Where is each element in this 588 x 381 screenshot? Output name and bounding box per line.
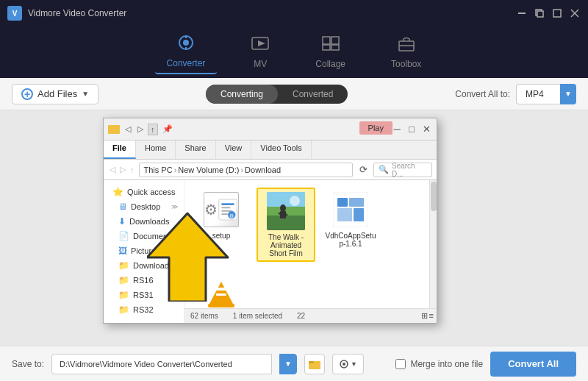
file-item-walk[interactable]: The Walk - Animated Short Film xyxy=(257,188,315,262)
quickaccess-icon: ⭐ xyxy=(112,187,123,197)
save-path-dropdown-button[interactable]: ▼ xyxy=(279,354,297,374)
title-bar: V Vidmore Video Converter xyxy=(0,0,588,26)
nav-bar: Converter MV Collage xyxy=(0,26,588,78)
ribbon-tab-view[interactable]: View xyxy=(216,140,252,159)
tab-toolbox[interactable]: Toolbox xyxy=(379,31,433,74)
open-folder-button[interactable] xyxy=(304,354,325,374)
nav-fwd-arrow[interactable]: ▷ xyxy=(118,163,127,176)
convert-all-button[interactable]: Convert All xyxy=(490,352,576,377)
dialog-close-button[interactable]: ✕ xyxy=(420,123,432,135)
tab-collage[interactable]: Collage xyxy=(304,31,357,74)
ribbon-tab-home[interactable]: Home xyxy=(136,140,176,159)
close-button[interactable] xyxy=(569,7,581,19)
svg-point-30 xyxy=(290,196,300,206)
merge-checkbox-container: Merge into one file xyxy=(395,359,483,369)
downloads-icon: ⬇ xyxy=(118,216,126,227)
vlc-file-icon xyxy=(202,271,240,309)
file-size: 22 xyxy=(297,312,305,320)
scrollbar-right[interactable] xyxy=(429,180,437,308)
file-status-bar: 62 items 1 item selected 22 ⊞ ≡ xyxy=(184,308,437,323)
rs32-icon: 📁 xyxy=(118,305,129,315)
search-placeholder: Search D... xyxy=(392,162,427,178)
nav-up-arrow[interactable]: ↑ xyxy=(129,164,136,176)
quick-access-icons: ◁ ▷ ↑ 📌 xyxy=(123,124,175,135)
svg-point-44 xyxy=(343,363,345,366)
address-path[interactable]: This PC › New Volume (D:) › Download xyxy=(139,163,354,177)
sidebar-label-rs16: RS16 xyxy=(133,276,154,285)
refresh-button[interactable]: ⟳ xyxy=(356,163,370,177)
sidebar-label-rs32: RS32 xyxy=(133,305,154,314)
file-item-vdhco[interactable]: VdhCoAppSetup-1.6.1 xyxy=(321,188,380,262)
view-list-button[interactable]: ≡ xyxy=(429,311,434,320)
sidebar-item-downloads[interactable]: ⬇ Downloads xyxy=(104,214,184,229)
convert-all-to-label: Convert All to: xyxy=(455,89,510,99)
sidebar-item-quickaccess[interactable]: ⭐ Quick access xyxy=(104,185,184,199)
svg-point-31 xyxy=(280,204,286,212)
dialog-maximize-button[interactable]: □ xyxy=(406,123,417,135)
svg-point-9 xyxy=(183,40,189,46)
toolbar: + Add Files ▼ Converting Converted Conve… xyxy=(0,78,588,110)
pictures-icon: 🖼 xyxy=(118,246,127,256)
svg-rect-16 xyxy=(323,45,330,50)
rs16-icon: 📁 xyxy=(118,275,129,285)
walk-file-icon xyxy=(267,192,305,230)
ribbon-tabs: File Home Share View Video Tools xyxy=(104,140,437,160)
converted-tab-button[interactable]: Converted xyxy=(278,85,348,104)
sidebar-label-documents: Documents xyxy=(133,232,174,241)
format-display[interactable]: MP4 xyxy=(516,84,560,104)
file-dialog[interactable]: ◁ ▷ ↑ 📌 Play ─ □ ✕ File Home Share View … xyxy=(103,118,437,324)
save-path-input[interactable] xyxy=(51,354,272,374)
restore-button[interactable] xyxy=(534,7,545,19)
dialog-controls: ─ □ ✕ xyxy=(391,123,432,135)
search-box[interactable]: 🔍 Search D... xyxy=(373,163,432,177)
qai-up: ↑ xyxy=(148,124,158,135)
svg-marker-13 xyxy=(258,40,265,46)
file-content: ⭐ Quick access 🖥 Desktop ≫ ⬇ Downloads 📄… xyxy=(104,180,437,323)
path-segment-download: Download xyxy=(245,165,281,174)
file-item-setup[interactable]: ⚙ setup xyxy=(192,188,251,262)
sidebar-item-documents[interactable]: 📄 Documents xyxy=(104,229,184,243)
sidebar-item-download-folder[interactable]: 📁 Download xyxy=(104,258,184,273)
ribbon-tab-file[interactable]: File xyxy=(104,140,136,159)
setup-file-label: setup xyxy=(212,232,230,240)
nav-arrows: ◁ ▷ ↑ xyxy=(108,163,136,176)
format-dropdown-button[interactable]: ▼ xyxy=(560,84,576,104)
main-area: ◁ ▷ ↑ 📌 Play ─ □ ✕ File Home Share View … xyxy=(0,110,588,346)
play-button[interactable]: Play xyxy=(359,121,392,135)
nav-back-arrow[interactable]: ◁ xyxy=(108,163,117,176)
svg-rect-24 xyxy=(221,213,228,215)
add-files-button[interactable]: + Add Files ▼ xyxy=(12,84,98,104)
view-toggle: ⊞ ≡ xyxy=(418,308,437,323)
svg-rect-2 xyxy=(518,13,526,14)
svg-rect-15 xyxy=(331,37,339,44)
minimize-button[interactable] xyxy=(516,7,528,19)
converter-icon xyxy=(176,35,196,55)
converting-tab-button[interactable]: Converting xyxy=(206,85,278,104)
ribbon-tab-video-tools[interactable]: Video Tools xyxy=(251,140,311,159)
tab-mv[interactable]: MV xyxy=(239,31,282,74)
sidebar-item-rs31[interactable]: 📁 RS31 xyxy=(104,288,184,302)
view-grid-button[interactable]: ⊞ xyxy=(421,311,428,321)
merge-checkbox[interactable] xyxy=(395,359,406,369)
sidebar-item-rs32[interactable]: 📁 RS32 xyxy=(104,302,184,317)
dialog-title-bar: ◁ ▷ ↑ 📌 Play ─ □ ✕ xyxy=(104,118,437,140)
dialog-folder-icon xyxy=(108,125,120,134)
maximize-button[interactable] xyxy=(551,7,563,19)
svg-rect-37 xyxy=(349,198,364,207)
svg-rect-38 xyxy=(337,208,352,221)
rs31-icon: 📁 xyxy=(118,290,129,300)
svg-rect-5 xyxy=(553,10,561,17)
settings-button[interactable]: ▼ xyxy=(332,354,364,374)
qai-back: ◁ xyxy=(123,124,133,135)
scrollbar-thumb xyxy=(431,182,437,211)
sidebar-item-pictures[interactable]: 🖼 Pictures xyxy=(104,243,184,258)
documents-icon: 📄 xyxy=(118,231,129,241)
download-folder-icon: 📁 xyxy=(118,260,129,271)
sidebar-item-rs16[interactable]: 📁 RS16 xyxy=(104,273,184,288)
converting-tab-switch: Converting Converted xyxy=(206,85,348,104)
sidebar-item-desktop[interactable]: 🖥 Desktop ≫ xyxy=(104,199,184,214)
svg-text:⚙: ⚙ xyxy=(229,213,234,218)
ribbon-tab-share[interactable]: Share xyxy=(176,140,215,159)
dialog-minimize-button[interactable]: ─ xyxy=(391,123,403,135)
tab-converter[interactable]: Converter xyxy=(155,30,218,74)
